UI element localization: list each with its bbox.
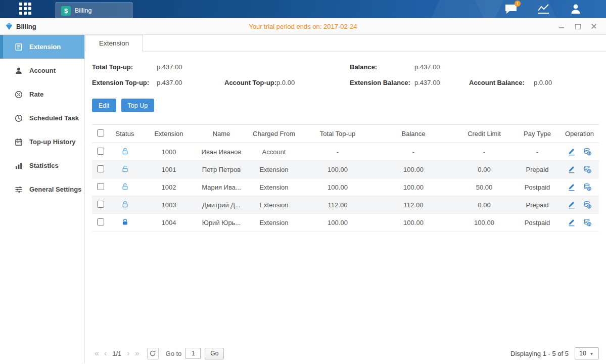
- cell-pay-type: Prepaid: [515, 196, 560, 214]
- billing-logo-icon: [5, 22, 13, 30]
- edit-row-icon[interactable]: [568, 218, 576, 226]
- cell-extension: 1001: [141, 161, 197, 178]
- row-checkbox[interactable]: [97, 201, 104, 208]
- apps-grid-icon[interactable]: [19, 3, 33, 16]
- edit-row-icon[interactable]: [568, 148, 576, 156]
- top-up-row-icon[interactable]: $: [583, 218, 591, 226]
- top-up-row-icon[interactable]: $: [583, 165, 591, 173]
- sidebar-item-scheduled-task[interactable]: Scheduled Task: [0, 106, 84, 130]
- taskbar-tab-billing[interactable]: Billing: [56, 3, 132, 18]
- sidebar-item-statistics[interactable]: Statistics: [0, 154, 84, 177]
- close-icon[interactable]: [591, 23, 597, 29]
- top-up-row-icon[interactable]: $: [583, 148, 591, 156]
- window-title-text: Billing: [16, 23, 36, 30]
- user-account-icon[interactable]: [569, 3, 583, 16]
- col-name: Name: [197, 125, 246, 143]
- edit-button[interactable]: Edit: [92, 99, 116, 112]
- sidebar-item-account[interactable]: Account: [0, 59, 84, 82]
- sidebar-item-topup-history[interactable]: Top-up History: [0, 130, 84, 154]
- top-up-row-icon[interactable]: $: [583, 183, 591, 191]
- page-size-select[interactable]: 10: [575, 347, 599, 359]
- cell-total-topup: 100.00: [302, 178, 373, 196]
- sidebar-item-general-settings[interactable]: General Settings: [0, 177, 84, 201]
- svg-text:$: $: [588, 187, 590, 191]
- row-checkbox[interactable]: [97, 148, 104, 155]
- col-pay-type: Pay Type: [515, 125, 560, 143]
- topup-history-icon: [15, 138, 23, 146]
- cell-charged-from: Extension: [246, 178, 302, 196]
- cell-name: Юрий Юрь...: [197, 214, 246, 232]
- sidebar-item-label: General Settings: [29, 186, 81, 193]
- cell-credit-limit: 50.00: [454, 178, 515, 196]
- svg-text:$: $: [588, 205, 590, 209]
- pagination-bar: 1/1 Go to Go Displaying 1 - 5 of 5 10: [92, 347, 599, 359]
- refresh-icon: [149, 350, 156, 357]
- extension-balance-value: p.437.00: [414, 79, 440, 86]
- account-topup-label: Account Top-up:: [224, 79, 276, 86]
- trial-notice: Your trial period ends on: 2017-02-24: [0, 23, 606, 30]
- sidebar-item-label: Top-up History: [29, 138, 75, 146]
- col-status: Status: [109, 125, 141, 143]
- cell-pay-type: Prepaid: [515, 161, 560, 178]
- extension-balance: Extension Balance: p.437.00: [350, 79, 469, 86]
- displaying-text: Displaying 1 - 5 of 5: [510, 350, 569, 357]
- page-indicator: 1/1: [112, 350, 121, 357]
- refresh-button[interactable]: [147, 348, 159, 359]
- lock-open-icon: [121, 149, 129, 157]
- notification-badge: !: [515, 1, 521, 7]
- main-content: Extension Total Top-up: p.437.00 Balance…: [85, 35, 606, 363]
- account-icon: [15, 67, 23, 75]
- cell-balance: 100.00: [373, 178, 454, 196]
- svg-text:$: $: [588, 152, 590, 156]
- first-page-icon[interactable]: [92, 349, 102, 358]
- sidebar-item-label: Statistics: [29, 162, 59, 169]
- cell-pay-type: Postpaid: [515, 178, 560, 196]
- previous-page-icon[interactable]: [102, 349, 109, 358]
- rate-icon: [15, 90, 23, 99]
- go-button[interactable]: Go: [205, 348, 224, 359]
- extension-topup: Extension Top-up: p.437.00: [92, 79, 224, 86]
- edit-row-icon[interactable]: [568, 165, 576, 173]
- edit-row-icon[interactable]: [568, 183, 576, 191]
- maximize-icon[interactable]: [575, 23, 581, 29]
- table-row: 1004 Юрий Юрь... Extension 100.00 100.00…: [92, 214, 599, 232]
- cell-extension: 1003: [141, 196, 197, 214]
- last-page-icon[interactable]: [132, 349, 142, 358]
- edit-row-icon[interactable]: [568, 201, 576, 209]
- balance-summary: Total Top-up: p.437.00 Balance: p.437.00…: [92, 63, 599, 86]
- cell-extension: 1004: [141, 214, 197, 232]
- top-up-row-icon[interactable]: $: [583, 201, 591, 209]
- messages-icon[interactable]: !: [504, 3, 518, 16]
- svg-text:$: $: [588, 169, 590, 173]
- select-all-checkbox[interactable]: [97, 129, 104, 136]
- topbar-icons: !: [504, 3, 583, 16]
- row-checkbox[interactable]: [97, 183, 104, 190]
- extension-table: Status Extension Name Charged From Total…: [92, 124, 599, 232]
- table-header-row: Status Extension Name Charged From Total…: [92, 125, 599, 143]
- next-page-icon[interactable]: [124, 349, 132, 358]
- row-checkbox[interactable]: [97, 165, 104, 172]
- cell-total-topup: 100.00: [302, 214, 373, 232]
- total-topup-value: p.437.00: [157, 63, 182, 71]
- lock-open-icon: [121, 185, 129, 192]
- table-row: 1001 Петр Петров Extension 100.00 100.00…: [92, 161, 599, 178]
- sidebar-item-extension[interactable]: Extension: [0, 35, 84, 59]
- goto-page-input[interactable]: [185, 348, 201, 359]
- minimize-icon[interactable]: [558, 23, 565, 29]
- sidebar-item-label: Account: [29, 67, 56, 74]
- col-credit-limit: Credit Limit: [454, 125, 515, 143]
- row-checkbox[interactable]: [97, 218, 104, 225]
- cell-credit-limit: 0.00: [454, 161, 515, 178]
- statistics-chart-icon[interactable]: [536, 3, 550, 16]
- table-row: 1002 Мария Ива... Extension 100.00 100.0…: [92, 178, 599, 196]
- cell-balance: 100.00: [373, 214, 454, 232]
- col-total-topup: Total Top-up: [302, 125, 373, 143]
- top-up-button[interactable]: Top Up: [121, 99, 155, 112]
- tab-extension[interactable]: Extension: [85, 35, 143, 52]
- cell-total-topup: 100.00: [302, 161, 373, 178]
- sidebar-item-rate[interactable]: Rate: [0, 82, 84, 106]
- action-buttons: Edit Top Up: [92, 99, 599, 112]
- total-topup: Total Top-up: p.437.00: [92, 63, 224, 71]
- cell-credit-limit: -: [454, 143, 515, 161]
- sidebar: Extension Account Rate Scheduled Task: [0, 35, 85, 363]
